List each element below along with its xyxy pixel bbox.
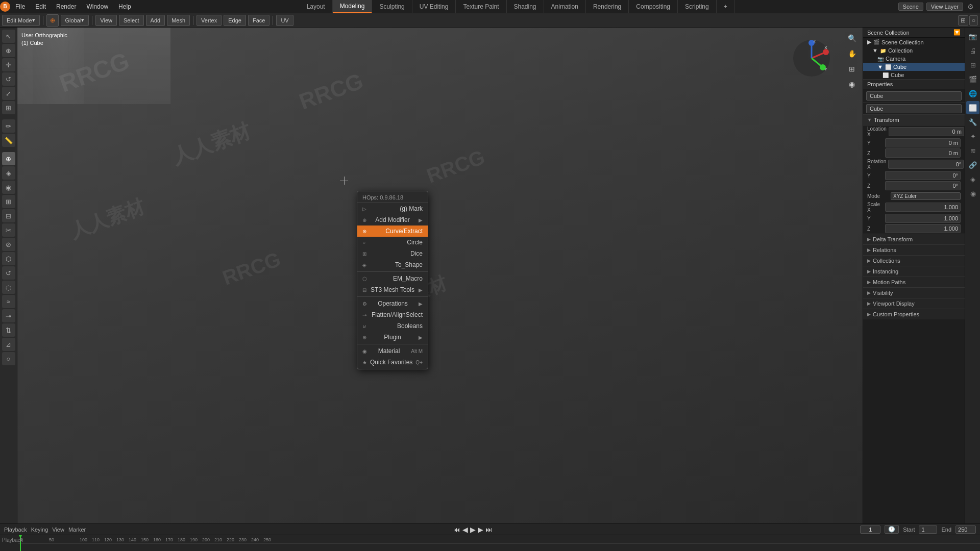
spin-tool[interactable]: ↺ (2, 266, 15, 280)
overlay-btn-1[interactable]: 🔍 (845, 32, 859, 45)
view-menu[interactable]: View (95, 15, 117, 26)
menu-help[interactable]: Help (113, 0, 136, 13)
props-view-layer-icon[interactable]: ⊞ (966, 58, 979, 71)
rotation-x-input[interactable] (888, 160, 964, 169)
start-frame-input[interactable]: 1 (919, 525, 937, 534)
options-icon[interactable]: ⚙ (966, 2, 975, 12)
props-scene-icon[interactable]: 🎬 (966, 72, 979, 86)
jump-start-btn[interactable]: ⏮ (453, 525, 460, 534)
cube-expand-icon[interactable]: ▼ (877, 64, 883, 70)
extrude-tool[interactable]: ⊕ (2, 152, 15, 165)
tab-texture-paint[interactable]: Texture Paint (456, 0, 506, 13)
proportional-icon[interactable]: ○ (969, 15, 978, 26)
uv-menu[interactable]: UV (276, 15, 293, 26)
ctx-item-flatten[interactable]: ⊸ Flatten/AlignSelect (357, 309, 428, 320)
object-name-input[interactable]: Cube (866, 91, 962, 101)
props-material-icon[interactable]: ◉ (966, 187, 979, 200)
ctx-item-operations[interactable]: ⚙ Operations ▶ (357, 298, 428, 309)
tab-sculpting[interactable]: Sculpting (372, 0, 412, 13)
ctx-item-add-modifier[interactable]: ⊕ Add Modifier ▶ (357, 214, 428, 226)
scale-z-input[interactable] (885, 224, 961, 233)
ctx-item-em-macro[interactable]: ⬡ EM_Macro (357, 273, 428, 284)
ctx-item-curve-extract[interactable]: ⊛ Curve/Extract (357, 226, 428, 237)
ctx-item-circle[interactable]: ○ Circle (357, 237, 428, 248)
tab-compositing[interactable]: Compositing (629, 0, 678, 13)
select-tool[interactable]: ↖ (2, 30, 15, 43)
select-menu[interactable]: Select (119, 15, 144, 26)
tab-add[interactable]: + (717, 0, 735, 13)
edge-menu[interactable]: Edge (224, 15, 246, 26)
offset-cut-tool[interactable]: ⊟ (2, 209, 15, 222)
scale-x-input[interactable] (885, 203, 961, 212)
tab-layout[interactable]: Layout (300, 0, 333, 13)
shear-tool[interactable]: ⊿ (2, 338, 15, 351)
global-selector[interactable]: Global ▾ (61, 15, 89, 26)
snap-icon[interactable]: ⊞ (958, 15, 968, 26)
location-z-input[interactable] (885, 148, 961, 158)
face-menu[interactable]: Face (248, 15, 270, 26)
slide-relax-tool[interactable]: ⊸ (2, 309, 15, 322)
ctx-item-st3-mesh[interactable]: ⊟ ST3 Mesh Tools ▶ (357, 284, 428, 295)
navigation-gizmo[interactable]: X Y Z (791, 38, 832, 79)
bisect-tool[interactable]: ⊘ (2, 238, 15, 251)
props-world-icon[interactable]: 🌐 (966, 87, 979, 100)
collections-section[interactable]: Collections (863, 255, 965, 266)
playback-menu[interactable]: Playback (4, 527, 27, 533)
overlay-btn-2[interactable]: ✋ (845, 47, 859, 60)
prev-frame-btn[interactable]: ◀ (462, 525, 468, 534)
outliner-filter-icon[interactable]: 🔽 (953, 29, 961, 36)
cursor-tool[interactable]: ⊕ (2, 44, 15, 57)
smooth-tool[interactable]: ◌ (2, 281, 15, 294)
visibility-section[interactable]: Visibility (863, 287, 965, 298)
instancing-section[interactable]: Instancing (863, 266, 965, 277)
to-sphere-tool[interactable]: ○ (2, 352, 15, 365)
ctx-item-plugin[interactable]: ⊕ Plugin ▶ (357, 332, 428, 343)
marker-menu[interactable]: Marker (68, 527, 86, 533)
outliner-cube[interactable]: ▼ ⬜ Cube (863, 63, 965, 71)
ctx-item-mark[interactable]: ▷ (g) Mark (357, 203, 428, 214)
global-space-icon[interactable]: ⊕ (46, 14, 59, 27)
menu-file[interactable]: File (10, 0, 30, 13)
view-layer-selector[interactable]: View Layer (926, 3, 963, 11)
move-tool[interactable]: ✛ (2, 58, 15, 71)
tab-modeling[interactable]: Modeling (333, 0, 373, 13)
randomize-tool[interactable]: ≈ (2, 295, 15, 308)
menu-render[interactable]: Render (51, 0, 81, 13)
scene-selector[interactable]: Scene (898, 3, 923, 11)
fps-btn[interactable]: 🕐 (885, 525, 899, 534)
scale-y-input[interactable] (885, 214, 961, 223)
rotation-mode-value[interactable]: XYZ Euler (891, 192, 961, 200)
props-object-icon[interactable]: ⬜ (966, 101, 979, 114)
bevel-tool[interactable]: ◉ (2, 181, 15, 194)
transform-tool[interactable]: ⊞ (2, 101, 15, 114)
next-frame-btn[interactable]: ▶ (478, 525, 483, 534)
outliner-cube-mesh[interactable]: ⬜ Cube (863, 71, 965, 79)
props-modifier-icon[interactable]: 🔧 (966, 115, 979, 129)
play-btn[interactable]: ▶ (470, 525, 476, 534)
scale-tool[interactable]: ⤢ (2, 87, 15, 100)
ctx-item-material[interactable]: ◉ Material Alt M (357, 345, 428, 357)
ctx-item-dice[interactable]: ⊞ Dice (357, 248, 428, 259)
tab-shading[interactable]: Shading (507, 0, 544, 13)
custom-properties-section[interactable]: Custom Properties (863, 309, 965, 319)
props-particles-icon[interactable]: ✦ (966, 130, 979, 143)
viewport[interactable]: RRCG 人人素材 RRCG 人人素材 RRCG 人人素材 RRCG User … (17, 28, 863, 523)
current-frame-input[interactable]: 1 (860, 525, 880, 534)
inset-tool[interactable]: ◈ (2, 166, 15, 180)
motion-paths-section[interactable]: Motion Paths (863, 277, 965, 287)
push-pull-tool[interactable]: ⇅ (2, 323, 15, 337)
overlay-btn-4[interactable]: ◉ (845, 78, 859, 91)
jump-end-btn[interactable]: ⏭ (485, 525, 493, 534)
props-output-icon[interactable]: 🖨 (966, 44, 979, 57)
props-physics-icon[interactable]: ≋ (966, 144, 979, 157)
ctx-item-to-shape[interactable]: ◈ To_Shape (357, 259, 428, 270)
overlay-btn-3[interactable]: ⊞ (845, 62, 859, 76)
end-frame-input[interactable]: 250 (955, 525, 976, 534)
add-menu[interactable]: Add (146, 15, 165, 26)
tab-rendering[interactable]: Rendering (586, 0, 629, 13)
props-data-icon[interactable]: ◈ (966, 172, 979, 186)
rotation-y-input[interactable] (885, 171, 961, 180)
vertex-menu[interactable]: Vertex (197, 15, 222, 26)
timeline-ruler[interactable]: 0 50 100 110 120 130 140 150 160 170 180… (0, 535, 980, 551)
delta-transform-section[interactable]: Delta Transform (863, 234, 965, 244)
